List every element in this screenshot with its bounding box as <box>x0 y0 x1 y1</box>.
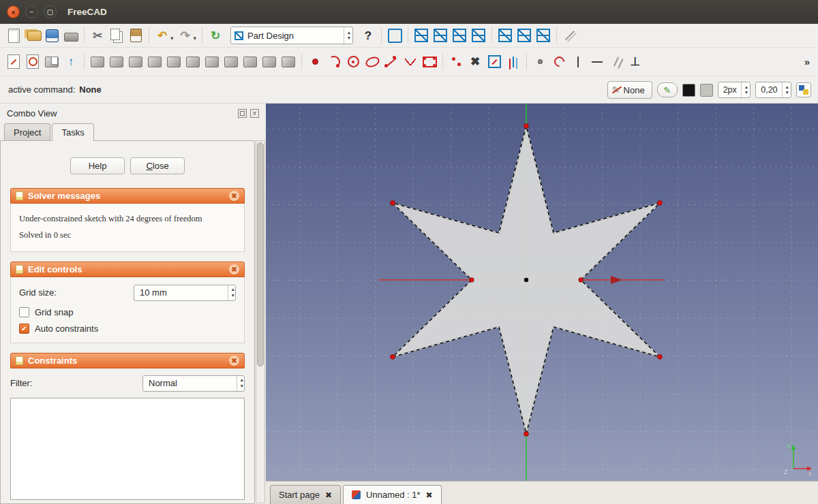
constrain-arc-icon[interactable] <box>550 53 568 71</box>
leave-sketch-icon[interactable]: ↑ <box>62 53 80 71</box>
vertex-point[interactable] <box>579 278 583 282</box>
view-rear-icon[interactable] <box>496 27 514 44</box>
groove-icon[interactable] <box>146 53 164 71</box>
constraint-filter-select[interactable]: Normal <box>142 375 245 392</box>
constrain-perpendicular-icon[interactable]: ⊥ <box>626 53 644 71</box>
fill-color-swatch[interactable] <box>700 84 713 97</box>
point-size-spinbox[interactable]: 0,20 <box>755 82 791 98</box>
vertex-point[interactable] <box>524 432 529 437</box>
chamfer-icon[interactable] <box>222 53 240 71</box>
draft-icon[interactable] <box>241 53 259 71</box>
window-minimize-button[interactable]: − <box>25 5 38 18</box>
constrain-parallel-icon[interactable] <box>607 53 625 71</box>
measure-distance-icon[interactable] <box>561 27 579 44</box>
spinner-icon[interactable] <box>741 82 748 97</box>
view-axonometric-icon[interactable] <box>412 27 430 44</box>
combo-spinner-icon[interactable] <box>237 376 244 391</box>
pocket-icon[interactable] <box>108 53 125 71</box>
close-tab-icon[interactable] <box>426 490 433 500</box>
additive-pipe-icon[interactable] <box>184 53 202 71</box>
create-point-icon[interactable] <box>306 53 324 71</box>
vertex-point[interactable] <box>658 355 663 360</box>
thickness-icon[interactable] <box>260 53 278 71</box>
rendering-options-icon[interactable] <box>796 82 811 97</box>
create-circle-icon[interactable] <box>344 53 362 71</box>
construction-mode-icon[interactable] <box>504 53 522 71</box>
create-rectangle-icon[interactable] <box>421 53 438 71</box>
collapse-section-icon[interactable] <box>229 191 239 201</box>
close-panel-icon[interactable] <box>250 109 259 118</box>
edit-controls-header[interactable]: Edit controls <box>10 262 245 277</box>
view-front-icon[interactable] <box>431 27 449 44</box>
help-button[interactable]: Help <box>70 157 125 174</box>
create-arc-icon[interactable] <box>325 53 343 71</box>
constrain-vertical-icon[interactable] <box>569 53 587 71</box>
float-panel-icon[interactable] <box>238 109 247 118</box>
refresh-icon[interactable]: ↻ <box>207 27 224 44</box>
additive-loft-icon[interactable] <box>165 53 183 71</box>
constrain-horizontal-icon[interactable] <box>588 53 606 71</box>
fit-all-icon[interactable] <box>386 27 404 44</box>
revolution-icon[interactable] <box>127 53 145 71</box>
create-line-icon[interactable] <box>382 53 400 71</box>
paste-icon[interactable] <box>127 27 145 44</box>
toolbar-expand-button[interactable]: » <box>804 56 814 67</box>
panel-scrollbar[interactable] <box>256 140 265 503</box>
print-icon[interactable] <box>62 27 80 44</box>
spinner-icon[interactable] <box>782 82 789 97</box>
save-icon[interactable] <box>43 27 61 44</box>
scrollbar-thumb[interactable] <box>257 142 264 366</box>
line-width-spinbox[interactable]: 2px <box>718 82 751 98</box>
constrain-block-icon[interactable] <box>531 53 549 71</box>
close-button[interactable]: Close <box>130 157 185 174</box>
vertex-point[interactable] <box>524 124 529 129</box>
view-right-icon[interactable] <box>470 27 487 44</box>
whats-this-icon[interactable]: ? <box>359 27 377 44</box>
view-left-icon[interactable] <box>534 27 552 44</box>
undo-icon[interactable]: ↶ <box>153 27 171 44</box>
close-tab-icon[interactable] <box>325 490 332 500</box>
vertex-point[interactable] <box>391 201 395 206</box>
create-polyline-icon[interactable] <box>402 53 419 71</box>
combo-spinner-icon[interactable] <box>228 285 235 300</box>
3d-viewport[interactable]: Y Z x Start page Unnamed : 1* <box>266 104 818 504</box>
grid-snap-checkbox[interactable] <box>19 307 29 317</box>
view-bottom-icon[interactable] <box>515 27 533 44</box>
vertex-point[interactable] <box>658 201 663 206</box>
map-sketch-icon[interactable] <box>43 53 61 71</box>
line-color-swatch[interactable] <box>682 84 695 97</box>
linear-pattern-icon[interactable] <box>279 53 297 71</box>
create-conic-icon[interactable] <box>363 53 381 71</box>
collapse-section-icon[interactable] <box>229 356 239 366</box>
collapse-section-icon[interactable] <box>229 264 239 274</box>
tab-unnamed-document[interactable]: Unnamed : 1* <box>343 485 442 504</box>
combo-spinner-icon[interactable] <box>344 27 351 44</box>
appearance-none-button[interactable]: ✎ None <box>607 81 652 99</box>
edit-mode-button[interactable]: ✎ <box>657 82 678 97</box>
fillet-icon[interactable] <box>203 53 221 71</box>
grid-size-select[interactable]: 10 mm <box>134 285 236 301</box>
pad-icon[interactable] <box>89 53 106 71</box>
tab-project[interactable]: Project <box>4 123 50 141</box>
vertex-point[interactable] <box>470 278 474 282</box>
solver-messages-header[interactable]: Solver messages <box>10 188 245 204</box>
constrain-coincident-icon[interactable] <box>447 53 465 71</box>
constraints-header[interactable]: Constraints <box>10 353 245 368</box>
new-file-icon[interactable] <box>5 27 22 44</box>
redo-icon[interactable]: ↷ <box>177 27 194 44</box>
delete-icon[interactable]: ✖ <box>466 53 484 71</box>
vertex-point[interactable] <box>391 355 395 360</box>
edit-sketch-icon[interactable] <box>24 53 42 71</box>
origin-point[interactable] <box>524 278 528 282</box>
tab-tasks[interactable]: Tasks <box>52 123 93 141</box>
open-folder-icon[interactable] <box>24 27 42 44</box>
window-maximize-button[interactable]: ▢ <box>44 5 57 18</box>
external-geometry-icon[interactable] <box>485 53 503 71</box>
workbench-selector[interactable]: Part Design <box>230 27 353 44</box>
tab-start-page[interactable]: Start page <box>270 485 341 504</box>
copy-icon[interactable] <box>108 27 125 44</box>
constraints-list[interactable] <box>10 398 245 500</box>
cut-icon[interactable]: ✂ <box>89 27 106 44</box>
auto-constraints-checkbox[interactable] <box>19 324 29 334</box>
view-top-icon[interactable] <box>451 27 468 44</box>
